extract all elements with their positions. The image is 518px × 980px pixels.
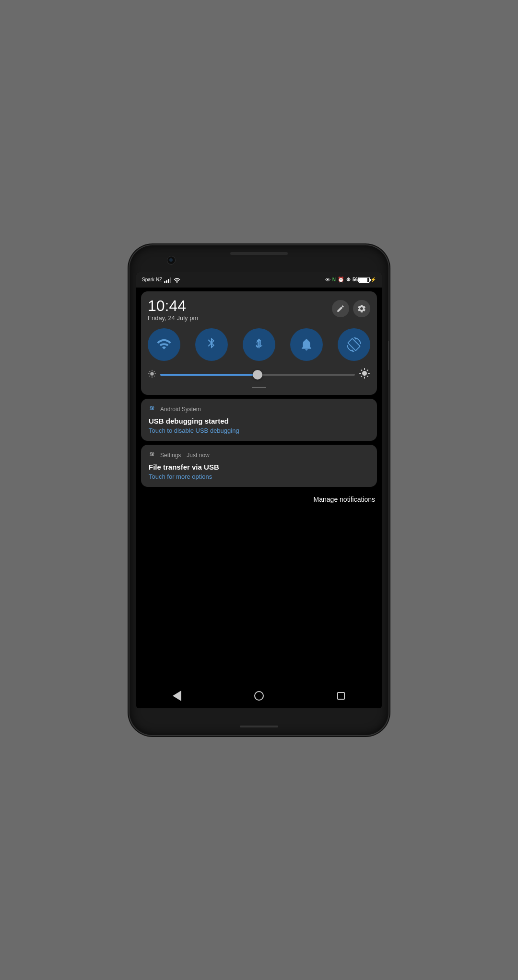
- clock-date: Friday, 24 July pm: [148, 314, 198, 322]
- notif-action-debug[interactable]: Touch to disable USB debugging: [149, 427, 369, 434]
- bluetooth-toggle-icon: [205, 337, 218, 352]
- nfc-icon: N: [332, 277, 336, 282]
- notif-source-debug: Android System: [160, 406, 201, 413]
- notification-toggle[interactable]: [290, 328, 323, 361]
- eye-icon: 👁: [325, 277, 330, 283]
- notification-card-usb-debug[interactable]: Android System USB debugging started Tou…: [141, 399, 377, 441]
- data-toggle[interactable]: ⇅: [243, 328, 275, 361]
- brightness-fill: [160, 374, 258, 376]
- wifi-toggle-icon: [156, 338, 172, 351]
- signal-bars: [164, 277, 171, 283]
- phone-screen: Spark NZ 👁 N ⏰ ❋ 56: [136, 272, 382, 708]
- nav-bar: [136, 683, 382, 708]
- brightness-slider-row: [148, 368, 370, 382]
- notif-header-usb-debug: Android System: [149, 405, 369, 413]
- bluetooth-status-icon: ❋: [346, 277, 351, 283]
- brightness-track[interactable]: [160, 374, 355, 376]
- panel-dot: [252, 387, 266, 388]
- wifi-toggle[interactable]: [148, 328, 180, 361]
- quick-settings-actions: [332, 300, 370, 317]
- home-button[interactable]: [250, 687, 268, 704]
- bell-toggle-icon: [299, 337, 314, 352]
- home-icon: [254, 691, 264, 701]
- time-display: 10:44 Friday, 24 July pm: [148, 298, 198, 322]
- alarm-icon: ⏰: [338, 277, 344, 283]
- notif-header-transfer: Settings Just now: [149, 451, 369, 459]
- carrier-label: Spark NZ: [142, 277, 162, 282]
- battery-icon: [358, 277, 370, 283]
- panel-indicator: [148, 387, 370, 388]
- data-toggle-icon: ⇅: [252, 337, 266, 352]
- battery-indicator: 56 ⚡: [353, 277, 376, 283]
- home-screen-area: [136, 508, 382, 652]
- manage-notifications-button[interactable]: Manage notifications: [136, 491, 382, 508]
- rotation-toggle[interactable]: [338, 328, 370, 361]
- wifi-status-icon: [173, 277, 181, 283]
- rotation-toggle-icon: [347, 337, 361, 352]
- power-button[interactable]: [388, 341, 388, 370]
- edit-button[interactable]: [332, 300, 349, 317]
- notification-area: 10:44 Friday, 24 July pm: [136, 288, 382, 708]
- settings-button[interactable]: [353, 300, 370, 317]
- edit-icon: [336, 304, 345, 313]
- usb-icon-transfer: [149, 451, 156, 459]
- status-bar: Spark NZ 👁 N ⏰ ❋ 56: [136, 272, 382, 288]
- status-left: Spark NZ: [142, 277, 181, 283]
- settings-icon: [357, 304, 366, 313]
- brightness-thumb[interactable]: [253, 370, 262, 380]
- notif-timestamp-transfer: Just now: [187, 452, 209, 459]
- quick-toggles: ⇅: [148, 328, 370, 361]
- back-button[interactable]: [168, 687, 186, 704]
- phone-bottom-bar: [240, 726, 278, 727]
- svg-text:⇅: ⇅: [256, 339, 263, 349]
- phone-frame: Spark NZ 👁 N ⏰ ❋ 56: [130, 245, 388, 735]
- quick-settings-panel: 10:44 Friday, 24 July pm: [141, 291, 377, 395]
- notif-title-debug: USB debugging started: [149, 417, 369, 425]
- notif-source-transfer: Settings: [160, 452, 181, 459]
- brightness-max-icon: [359, 368, 370, 382]
- usb-icon-debug: [149, 405, 156, 413]
- notif-title-transfer: File transfer via USB: [149, 463, 369, 471]
- time-date-row: 10:44 Friday, 24 July pm: [148, 298, 370, 322]
- front-camera: [167, 256, 176, 265]
- recents-icon: [337, 692, 345, 700]
- notification-card-file-transfer[interactable]: Settings Just now File transfer via USB …: [141, 445, 377, 487]
- status-right: 👁 N ⏰ ❋ 56 ⚡: [325, 277, 376, 283]
- recents-button[interactable]: [332, 687, 350, 704]
- clock-time: 10:44: [148, 298, 198, 313]
- brightness-min-icon: [148, 369, 156, 380]
- notif-action-transfer[interactable]: Touch for more options: [149, 473, 369, 480]
- bluetooth-toggle[interactable]: [195, 328, 228, 361]
- back-icon: [173, 691, 181, 701]
